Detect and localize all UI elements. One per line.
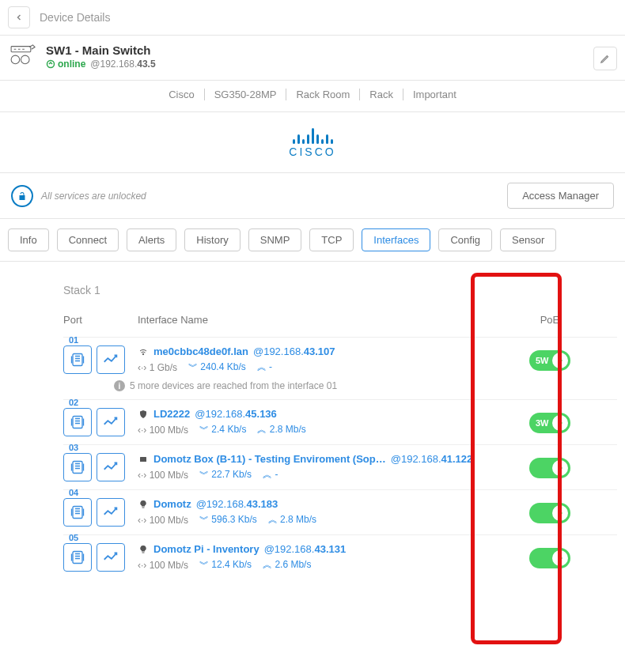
- bolt-icon: [552, 505, 568, 521]
- switch-icon: [9, 42, 38, 70]
- poe-toggle[interactable]: 5W: [529, 350, 570, 371]
- port-stats: ‹·› 100 Mb/s︾ 12.4 Kb/s︽ 2.6 Mb/s: [138, 558, 522, 572]
- port-chart-button[interactable]: [97, 453, 125, 481]
- tabs-row: InfoConnectAlertsHistorySNMPTCPInterface…: [0, 219, 625, 262]
- device-name: SW1 - Main Switch: [46, 43, 616, 57]
- status-badge: online: [46, 59, 85, 70]
- port-jack-button[interactable]: 05: [63, 543, 92, 572]
- device-type-icon: [138, 544, 149, 555]
- port-title[interactable]: LD2222 @192.168.45.136: [138, 408, 522, 420]
- tag[interactable]: Cisco: [159, 89, 205, 100]
- tab-config[interactable]: Config: [438, 228, 492, 251]
- tab-interfaces[interactable]: Interfaces: [362, 228, 430, 251]
- tag[interactable]: Rack: [360, 89, 403, 100]
- svg-rect-9: [73, 507, 82, 519]
- tab-snmp[interactable]: SNMP: [248, 228, 302, 251]
- col-name: Interface Name: [138, 314, 522, 326]
- svg-rect-7: [73, 462, 82, 474]
- port-jack-button[interactable]: 04: [63, 498, 92, 527]
- tag[interactable]: SG350-28MP: [205, 89, 287, 100]
- col-port: Port: [63, 314, 138, 326]
- svg-rect-8: [140, 457, 146, 462]
- poe-toggle[interactable]: [529, 458, 570, 478]
- tag[interactable]: Important: [403, 89, 466, 100]
- port-row: 03Domotz Box (B-11) - Testing Enviroment…: [63, 444, 617, 489]
- tab-history[interactable]: History: [184, 228, 240, 251]
- svg-point-2: [21, 55, 29, 64]
- vendor-logo-row: CISCO: [0, 112, 625, 173]
- tab-tcp[interactable]: TCP: [309, 228, 354, 251]
- svg-rect-4: [73, 354, 82, 366]
- port-note: i5 more devices are reached from the int…: [114, 380, 522, 391]
- page-title: Device Details: [40, 11, 110, 24]
- svg-rect-6: [73, 417, 82, 428]
- device-ip: @192.168.43.5: [90, 59, 155, 70]
- unlock-icon: [11, 185, 33, 207]
- svg-point-3: [47, 60, 55, 67]
- device-type-icon: [138, 499, 149, 510]
- info-icon: i: [114, 380, 125, 391]
- port-chart-button[interactable]: [97, 543, 125, 572]
- edit-button[interactable]: [593, 47, 617, 70]
- port-stats: ‹·› 100 Mb/s︾ 596.3 Kb/s︽ 2.8 Mb/s: [138, 513, 522, 527]
- tab-connect[interactable]: Connect: [57, 228, 119, 251]
- port-title[interactable]: Domotz Pi - Inventory @192.168.43.131: [138, 543, 522, 555]
- bolt-icon: [552, 550, 568, 566]
- port-chart-button[interactable]: [97, 498, 125, 527]
- device-type-icon: [138, 409, 149, 420]
- bolt-icon: [552, 415, 568, 431]
- ports-list: 01me0cbbc48de0f.lan @192.168.43.107‹·› 1…: [63, 337, 617, 580]
- port-row: 01me0cbbc48de0f.lan @192.168.43.107‹·› 1…: [63, 337, 617, 399]
- port-stats: ‹·› 100 Mb/s︾ 2.4 Kb/s︽ 2.8 Mb/s: [138, 423, 522, 436]
- port-jack-button[interactable]: 02: [63, 408, 92, 436]
- port-title[interactable]: Domotz @192.168.43.183: [138, 498, 522, 510]
- tags-row: CiscoSG350-28MPRack RoomRackImportant: [0, 81, 625, 112]
- svg-rect-10: [73, 552, 82, 564]
- port-row: 02LD2222 @192.168.45.136‹·› 100 Mb/s︾ 2.…: [63, 399, 617, 444]
- pencil-icon: [600, 53, 611, 64]
- device-summary: SW1 - Main Switch online @192.168.43.5: [0, 36, 625, 81]
- back-button[interactable]: [8, 6, 30, 28]
- access-manager-button[interactable]: Access Manager: [507, 183, 614, 209]
- tab-info[interactable]: Info: [8, 228, 49, 251]
- column-headers: Port Interface Name PoE: [63, 314, 617, 326]
- port-stats: ‹·› 100 Mb/s︾ 22.7 Kb/s︽ -: [138, 468, 522, 481]
- header-bar: Device Details: [0, 0, 625, 36]
- cisco-logo: CISCO: [289, 126, 335, 158]
- svg-point-1: [11, 55, 20, 64]
- port-chart-button[interactable]: [97, 408, 125, 436]
- stack-area: Stack 1 Port Interface Name PoE 01me0cbb…: [0, 262, 625, 587]
- port-jack-button[interactable]: 01: [63, 345, 92, 374]
- tab-alerts[interactable]: Alerts: [127, 228, 176, 251]
- device-type-icon: [138, 346, 149, 357]
- port-row: 04Domotz @192.168.43.183‹·› 100 Mb/s︾ 59…: [63, 489, 617, 534]
- port-row: 05Domotz Pi - Inventory @192.168.43.131‹…: [63, 534, 617, 580]
- port-title[interactable]: Domotz Box (B-11) - Testing Enviroment (…: [138, 453, 522, 465]
- chevron-left-icon: [14, 13, 24, 22]
- port-jack-button[interactable]: 03: [63, 453, 92, 481]
- poe-toggle[interactable]: 3W: [529, 413, 570, 433]
- bolt-icon: [552, 353, 568, 368]
- tab-sensor[interactable]: Sensor: [500, 228, 556, 251]
- tag[interactable]: Rack Room: [286, 89, 360, 100]
- arrow-up-circle-icon: [46, 59, 55, 69]
- svg-point-5: [142, 353, 144, 355]
- services-text: All services are unlocked: [41, 191, 507, 202]
- bolt-icon: [552, 460, 568, 476]
- poe-toggle[interactable]: [529, 503, 570, 523]
- stack-title: Stack 1: [63, 284, 617, 296]
- port-title[interactable]: me0cbbc48de0f.lan @192.168.43.107: [138, 345, 522, 357]
- col-poe: PoE: [522, 314, 578, 326]
- services-row: All services are unlocked Access Manager: [0, 173, 625, 219]
- port-chart-button[interactable]: [97, 345, 125, 374]
- port-stats: ‹·› 1 Gb/s︾ 240.4 Kb/s︽ -: [138, 361, 522, 374]
- device-type-icon: [138, 454, 149, 465]
- poe-toggle[interactable]: [529, 548, 570, 568]
